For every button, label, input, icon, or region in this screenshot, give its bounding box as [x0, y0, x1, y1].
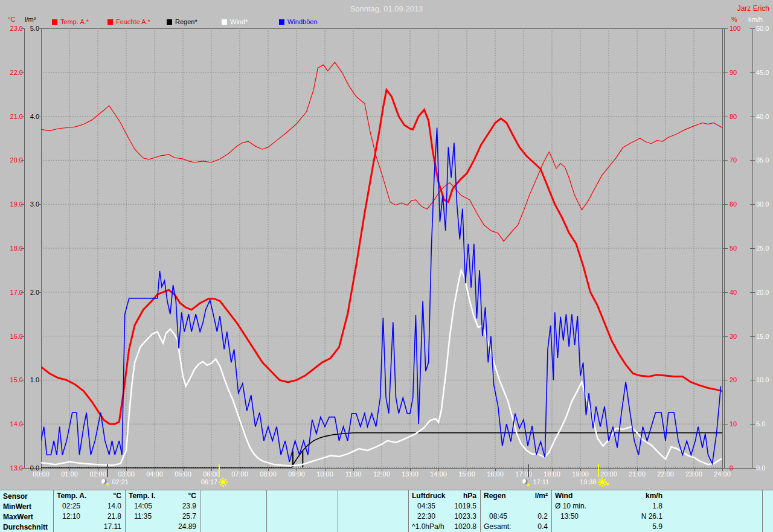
y-axis-temp-label: 14.0 — [4, 420, 23, 428]
y-axis-rain-label: 1.0 — [25, 376, 39, 383]
x-axis-time-label: 23:00 — [683, 470, 705, 478]
x-axis-time-label: 12:00 — [371, 470, 393, 478]
legend-swatch-icon — [222, 19, 227, 25]
tick — [268, 468, 269, 471]
x-axis-time-label: 14:00 — [428, 470, 449, 478]
tick — [297, 468, 297, 471]
tick — [38, 292, 41, 293]
tick — [126, 468, 127, 471]
x-axis-time-label: 24:00 — [711, 470, 733, 478]
x-axis-time-label: 13:00 — [399, 470, 421, 478]
x-axis-time-label: 04:00 — [144, 470, 165, 478]
y-axis-humidity-label: 80 — [730, 113, 737, 120]
legend-swatch-icon — [167, 19, 172, 25]
y-axis-humidity-label: 90 — [730, 69, 737, 76]
legend-label: Regen* — [175, 18, 197, 25]
x-axis-time-label: 16:00 — [484, 470, 506, 478]
legend-label: Windböen — [287, 18, 318, 25]
y-axis-wind-label: 15.0 — [756, 333, 769, 340]
table-row-label-avg: Durchschnitt — [0, 522, 53, 532]
moonrise-tick — [528, 464, 529, 477]
tick — [438, 468, 439, 471]
table-header-sensor: Sensor — [0, 492, 53, 502]
tick — [69, 468, 70, 471]
sunrise-icon — [221, 480, 225, 484]
x-axis-time-label: 09:00 — [286, 470, 307, 478]
legend-swatch-icon — [279, 19, 284, 25]
y-axis-temp-label: 15.0 — [4, 376, 23, 383]
tick — [552, 468, 553, 471]
y-axis-wind-label: 35.0 — [756, 156, 769, 164]
stats-table: Sensor MinWert MaxWert Durchschnitt Temp… — [0, 490, 773, 532]
moonset-tick — [107, 464, 108, 477]
y-axis-temp-label: 21.0 — [4, 113, 23, 120]
tick — [723, 336, 728, 337]
y-axis-humidity-label: 10 — [730, 420, 737, 428]
tick — [750, 117, 755, 117]
tick — [325, 468, 326, 471]
sunrise-time: 06:17 — [191, 478, 217, 486]
y-axis-rain-label: 3.0 — [25, 200, 39, 208]
tick — [21, 468, 24, 469]
x-axis-time-label: 22:00 — [655, 470, 676, 478]
table-group-temp-i: Temp. I.°C 14:0523.9 11:3525.7 24.89 — [125, 490, 200, 532]
y-axis-wind-label: 20.0 — [756, 289, 769, 296]
tick — [750, 424, 755, 425]
temp-axis-line — [24, 28, 25, 469]
tick — [750, 28, 755, 29]
tick — [38, 380, 41, 380]
y-axis-humidity-label: 40 — [730, 289, 737, 296]
y-axis-humidity-label: 30 — [730, 333, 737, 340]
x-axis-time-label: 11:00 — [342, 470, 364, 478]
y-axis-rain-label: 5.0 — [25, 25, 39, 32]
left-axis-temp-unit: °C — [8, 16, 15, 23]
x-axis-time-label: 15:00 — [456, 470, 478, 478]
y-axis-humidity-label: 50 — [730, 245, 737, 252]
legend-label: Temp. A.* — [60, 18, 89, 25]
tick — [666, 468, 666, 471]
tick — [580, 468, 581, 471]
legend-swatch-icon — [107, 19, 113, 25]
y-axis-wind-label: 10.0 — [756, 376, 769, 383]
tick — [183, 468, 184, 471]
y-axis-rain-label: 4.0 — [25, 113, 39, 120]
series-windb-en — [41, 128, 721, 464]
tick — [750, 292, 755, 293]
page-title: Sonntag, 01.09.2013 — [0, 4, 773, 13]
tick — [410, 468, 411, 471]
y-axis-wind-label: 45.0 — [756, 69, 769, 76]
x-axis-time-label: 20:00 — [598, 470, 620, 478]
tick — [467, 468, 467, 471]
tick — [723, 468, 728, 469]
y-axis-humidity-label: 100 — [730, 25, 740, 32]
table-group-wind: Windkm/h Ø 10 min.1.8 13:50N 26.1 5.9 — [551, 490, 666, 532]
y-axis-wind-label: 0.0 — [756, 464, 765, 472]
table-group-temp-a: Temp. A.°C 02:2514.0 12:1021.8 17.11 — [53, 490, 125, 532]
tick — [495, 468, 496, 471]
tick — [382, 468, 382, 471]
tick — [723, 248, 728, 249]
x-axis-time-label: 08:00 — [257, 470, 279, 478]
y-axis-temp-label: 18.0 — [4, 245, 23, 252]
sunrise-tick — [219, 464, 220, 477]
x-axis-time-label: 07:00 — [229, 470, 251, 478]
tick — [637, 468, 638, 471]
tick — [723, 424, 728, 425]
tick — [723, 28, 728, 29]
table-row-labels: Sensor MinWert MaxWert Durchschnitt — [0, 490, 53, 532]
tick — [211, 468, 212, 471]
moonset-arrow-icon — [106, 483, 109, 486]
x-axis-time-label: 03:00 — [115, 470, 137, 478]
y-axis-humidity-label: 20 — [730, 376, 737, 383]
tick — [750, 160, 755, 161]
tick — [722, 468, 723, 471]
left-axis-rain-unit: l/m² — [25, 16, 36, 23]
tick — [38, 117, 41, 117]
sunset-icon — [600, 480, 605, 484]
tick — [21, 248, 24, 249]
plot-border-bottom — [24, 468, 757, 469]
x-axis-time-label: 02:00 — [87, 470, 109, 478]
tick — [21, 424, 24, 425]
sunset-time: 19:38 — [570, 478, 597, 486]
tick — [21, 292, 24, 293]
